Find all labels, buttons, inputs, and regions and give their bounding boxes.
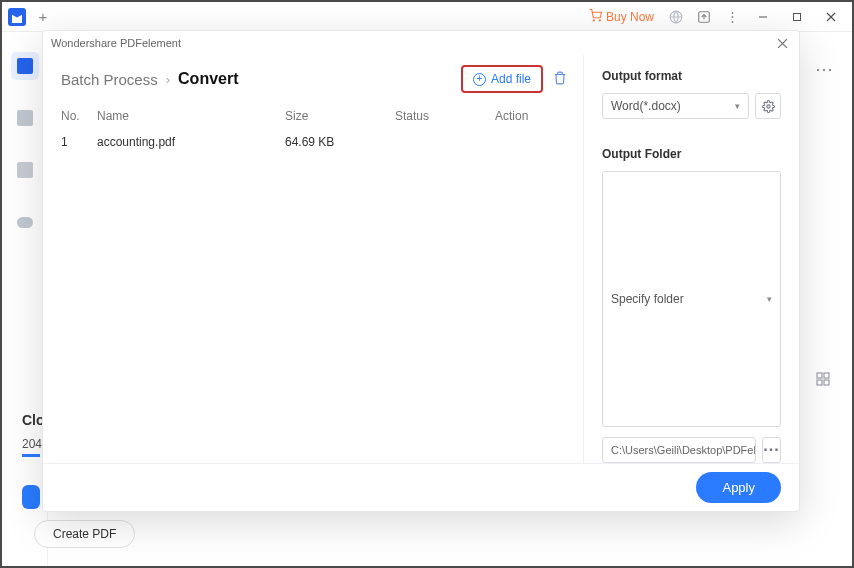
column-status: Status [395, 109, 495, 123]
output-format-select[interactable]: Word(*.docx) ▾ [602, 93, 749, 119]
batch-process-dialog: Wondershare PDFelement Batch Process › C… [42, 30, 800, 512]
svg-rect-10 [817, 380, 822, 385]
menu-dots-icon[interactable]: ⋮ [720, 5, 744, 29]
bg-grid-icon[interactable] [816, 372, 830, 389]
output-format-value: Word(*.docx) [611, 99, 681, 113]
cell-size: 64.69 KB [285, 135, 395, 149]
svg-rect-9 [824, 373, 829, 378]
format-settings-button[interactable] [755, 93, 781, 119]
app-logo [8, 8, 26, 26]
svg-point-0 [593, 19, 594, 20]
buy-now-label: Buy Now [606, 10, 654, 24]
output-format-label: Output format [602, 69, 781, 83]
svg-point-1 [599, 19, 600, 20]
cell-no: 1 [61, 135, 97, 149]
add-file-button[interactable]: + Add file [461, 65, 543, 93]
buy-now-link[interactable]: Buy Now [583, 7, 660, 27]
cart-icon [589, 9, 602, 25]
dialog-main-panel: Batch Process › Convert + Add file No. N… [43, 55, 584, 463]
folder-path-field[interactable]: C:\Users\Geili\Desktop\PDFelement\Cc [602, 437, 756, 463]
cell-action [495, 135, 565, 149]
sidebar-item-home[interactable] [11, 52, 39, 80]
column-name: Name [97, 109, 285, 123]
sidebar-item-cloud[interactable] [11, 208, 39, 236]
folder-path-value: C:\Users\Geili\Desktop\PDFelement\Cc [611, 444, 756, 456]
cloud-icon [17, 217, 33, 228]
maximize-button[interactable] [782, 5, 812, 29]
table-row[interactable]: 1 accounting.pdf 64.69 KB [43, 129, 583, 155]
share-icon[interactable] [692, 5, 716, 29]
apply-button[interactable]: Apply [696, 472, 781, 503]
browse-folder-button[interactable]: ··· [762, 437, 781, 463]
svg-rect-11 [824, 380, 829, 385]
sidebar-item-folder[interactable] [11, 156, 39, 184]
chevron-down-icon: ▾ [735, 101, 740, 111]
bg-more-icon[interactable]: ⋯ [815, 58, 832, 80]
breadcrumb: Batch Process › Convert [61, 70, 239, 88]
svg-point-14 [766, 104, 769, 107]
svg-rect-8 [817, 373, 822, 378]
column-no: No. [61, 109, 97, 123]
create-pdf-button[interactable]: Create PDF [34, 520, 135, 548]
cell-name: accounting.pdf [97, 135, 285, 149]
chevron-right-icon: › [166, 72, 170, 87]
minimize-button[interactable] [748, 5, 778, 29]
cell-status [395, 135, 495, 149]
add-file-label: Add file [491, 72, 531, 86]
bg-primary-button[interactable] [22, 485, 40, 509]
svg-rect-5 [794, 13, 801, 20]
dialog-title: Wondershare PDFelement [51, 37, 181, 49]
plus-circle-icon: + [473, 73, 486, 86]
sidebar-item-files[interactable] [11, 104, 39, 132]
bg-accent-bar [22, 454, 40, 457]
dialog-close-button[interactable] [773, 34, 791, 52]
output-folder-label: Output Folder [602, 147, 781, 161]
column-size: Size [285, 109, 395, 123]
folder-mode-value: Specify folder [611, 292, 684, 306]
close-button[interactable] [816, 5, 846, 29]
folder-mode-select[interactable]: Specify folder ▾ [602, 171, 781, 427]
dialog-side-panel: Output format Word(*.docx) ▾ Output Fold… [584, 55, 799, 463]
table-header: No. Name Size Status Action [43, 103, 583, 129]
breadcrumb-root[interactable]: Batch Process [61, 71, 158, 88]
chevron-down-icon: ▾ [767, 294, 772, 304]
delete-button[interactable] [553, 71, 567, 88]
bg-subtext: 204 [22, 437, 42, 451]
column-action: Action [495, 109, 565, 123]
breadcrumb-current: Convert [178, 70, 238, 88]
titlebar: + Buy Now ⋮ [2, 2, 852, 32]
globe-icon[interactable] [664, 5, 688, 29]
dialog-footer: Apply [43, 463, 799, 511]
add-tab-button[interactable]: + [34, 8, 52, 26]
